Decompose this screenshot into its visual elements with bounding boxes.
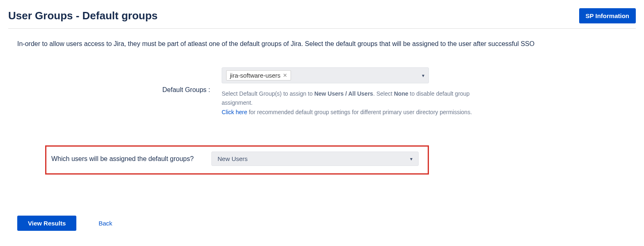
sp-information-button[interactable]: SP Information xyxy=(579,8,636,23)
assign-users-selected-value: New Users xyxy=(218,155,248,162)
chevron-down-icon: ▾ xyxy=(422,73,424,78)
page-title: User Groups - Default groups xyxy=(8,9,158,22)
back-link[interactable]: Back xyxy=(96,219,115,227)
assign-users-select[interactable]: New Users ▾ xyxy=(211,152,419,166)
default-groups-select[interactable]: jira-software-users ✕ ▾ xyxy=(222,67,429,83)
default-groups-label: Default Groups : xyxy=(8,67,222,94)
assign-users-label: Which users will be assigned the default… xyxy=(51,154,211,164)
chevron-down-icon: ▾ xyxy=(410,156,413,162)
assign-users-highlight: Which users will be assigned the default… xyxy=(45,145,429,175)
group-chip-label: jira-software-users xyxy=(230,72,280,79)
view-results-button[interactable]: View Results xyxy=(17,216,76,231)
default-groups-helper: Select Default Group(s) to assign to New… xyxy=(222,89,476,117)
click-here-link[interactable]: Click here xyxy=(222,109,247,115)
intro-text: In-order to allow users access to Jira, … xyxy=(8,40,636,48)
remove-chip-icon[interactable]: ✕ xyxy=(283,72,287,78)
group-chip[interactable]: jira-software-users ✕ xyxy=(226,70,291,80)
